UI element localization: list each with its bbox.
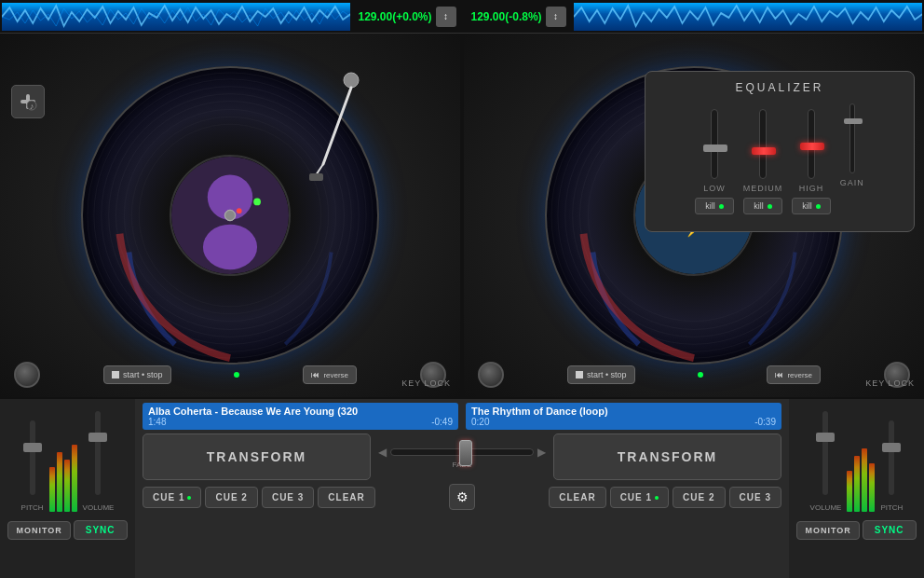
- monitor-right-button[interactable]: MONITOR: [796, 521, 859, 540]
- track-name-left: Alba Coherta - Because We Are Young (320: [148, 406, 453, 417]
- cue2-right-button[interactable]: CUE 2: [673, 487, 725, 508]
- eq-thumb-high[interactable]: [800, 143, 824, 150]
- pitch-adjust-left-icon[interactable]: ↕: [436, 7, 456, 27]
- pitch-fader-handle-left[interactable]: [23, 443, 42, 452]
- meter-bar-3: [64, 460, 70, 512]
- waveform-right[interactable]: [574, 3, 922, 31]
- clear-right-button[interactable]: CLEAR: [549, 487, 605, 508]
- time-elapsed-left: 1:48: [148, 417, 166, 427]
- add-music-left-button[interactable]: ♪: [11, 85, 45, 118]
- start-led-left: [234, 372, 239, 378]
- stop-icon-right: [576, 371, 583, 378]
- eq-gain-slider[interactable]: [849, 103, 855, 173]
- eq-slider-medium[interactable]: [759, 109, 767, 179]
- volume-fader-track-left[interactable]: [95, 411, 101, 495]
- cue-buttons-right: CLEAR CUE 1 CUE 2 CUE 3: [549, 487, 781, 508]
- eq-kill-low-button[interactable]: kill: [695, 198, 734, 214]
- stop-icon-left: [112, 371, 119, 378]
- eq-title: EQUALIZER: [655, 81, 904, 94]
- volume-label-left: VOLUME: [83, 503, 115, 512]
- meter-bar-r3: [862, 448, 867, 512]
- cue1-right-button[interactable]: CUE 1: [610, 487, 669, 508]
- turntable-left[interactable]: [72, 57, 388, 374]
- svg-rect-21: [309, 173, 323, 181]
- meter-bar-1: [49, 467, 55, 512]
- volume-fader-track-right[interactable]: [822, 411, 828, 495]
- svg-point-18: [344, 73, 359, 88]
- transform-right-button[interactable]: TRANSFORM: [553, 434, 781, 480]
- knob-left-2[interactable]: [478, 362, 504, 388]
- eq-slider-high[interactable]: [808, 109, 815, 179]
- crossfader-arrow-right: ▶: [537, 446, 546, 459]
- bpm-left-display: 129.00(+0.0%) ↕: [350, 7, 463, 27]
- clear-left-button[interactable]: CLEAR: [318, 487, 374, 508]
- svg-point-16: [237, 208, 242, 213]
- pitch-fader-track-right[interactable]: [889, 420, 894, 495]
- crossfader-track[interactable]: [390, 448, 534, 456]
- volume-fader-handle-left[interactable]: [88, 433, 107, 442]
- track-name-right: The Rhythm of Dance (loop): [471, 406, 776, 417]
- eq-label-gain: GAIN: [840, 178, 864, 187]
- meter-bar-2: [57, 452, 62, 512]
- reverse-right-button[interactable]: ⏮ reverse: [767, 365, 821, 384]
- start-stop-left-button[interactable]: start • stop: [103, 365, 171, 384]
- meter-bar-4: [72, 445, 77, 512]
- crossfader-row: ◀ ▶: [378, 446, 546, 459]
- start-led-right: [698, 372, 703, 378]
- equalizer-panel: EQUALIZER LOW kill ME: [645, 71, 915, 232]
- svg-text:♪: ♪: [30, 102, 34, 111]
- cue-row: CUE 1 CUE 2 CUE 3 CLEAR ⚙ CLEAR CUE 1 CU…: [143, 484, 781, 510]
- cue3-right-button[interactable]: CUE 3: [729, 487, 781, 508]
- cue3-left-button[interactable]: CUE 3: [262, 487, 314, 508]
- time-elapsed-right: 0:20: [471, 417, 489, 427]
- crossfader-handle[interactable]: [459, 440, 472, 466]
- volume-fader-handle-right[interactable]: [816, 433, 835, 442]
- svg-line-19: [323, 88, 351, 164]
- svg-point-15: [253, 199, 261, 206]
- crossfader-container: ◀ ▶ FADE: [378, 446, 546, 469]
- deck-2: ♪: [464, 34, 924, 397]
- key-lock-right: KEY LOCK: [865, 378, 915, 388]
- sync-left-button[interactable]: SYNC: [74, 520, 128, 540]
- eq-thumb-low[interactable]: [703, 144, 727, 152]
- pitch-fader-handle-right[interactable]: [882, 443, 901, 452]
- level-meters-left: [49, 437, 77, 512]
- meter-bar-r2: [854, 456, 860, 512]
- eq-channel-gain: GAIN: [840, 103, 864, 214]
- pitch-fader-left: PITCH: [21, 416, 44, 512]
- sync-right-button[interactable]: SYNC: [863, 520, 917, 540]
- monitor-left-button[interactable]: MONITOR: [7, 521, 70, 540]
- eq-slider-low[interactable]: [711, 109, 718, 179]
- cue1-left-button[interactable]: CUE 1: [143, 487, 201, 508]
- eq-kill-medium-button[interactable]: kill: [743, 198, 782, 214]
- deck-1: ♪: [0, 34, 460, 397]
- svg-point-14: [203, 225, 257, 269]
- eq-channel-high: HIGH kill: [792, 109, 831, 214]
- knob-left-1[interactable]: [14, 362, 40, 388]
- eq-gain-thumb[interactable]: [844, 118, 863, 124]
- track-times-left: 1:48 -0:49: [148, 417, 453, 427]
- eq-thumb-medium[interactable]: [752, 147, 776, 155]
- volume-fader-left: VOLUME: [83, 406, 115, 512]
- cue2-left-button[interactable]: CUE 2: [205, 487, 257, 508]
- reverse-left-button[interactable]: ⏮ reverse: [303, 365, 357, 384]
- eq-channel-medium: MEDIUM kill: [743, 109, 783, 214]
- meter-bar-r4: [869, 463, 875, 512]
- track-info-row: Alba Coherta - Because We Are Young (320…: [143, 403, 781, 430]
- kill-led-low: [719, 204, 724, 209]
- waveform-bar: 129.00(+0.0%) ↕ 129.00(-0.8%) ↕: [0, 0, 924, 34]
- pitch-adjust-right-icon[interactable]: ↕: [546, 7, 566, 27]
- center-mixer: Alba Coherta - Because We Are Young (320…: [135, 399, 789, 578]
- eq-kill-high-button[interactable]: kill: [792, 198, 831, 214]
- waveform-left[interactable]: [2, 3, 350, 31]
- crossfader-arrow-left: ◀: [378, 446, 387, 459]
- transform-left-button[interactable]: TRANSFORM: [143, 434, 371, 480]
- meter-bar-r1: [847, 471, 852, 512]
- track-info-right: The Rhythm of Dance (loop) 0:20 -0:39: [466, 403, 781, 430]
- transform-row: TRANSFORM ◀ ▶ FADE TRANSFORM: [143, 434, 781, 480]
- settings-button[interactable]: ⚙: [449, 484, 475, 510]
- start-stop-right-button[interactable]: start • stop: [567, 365, 635, 384]
- level-meters-right: [847, 437, 875, 512]
- pitch-fader-track-left[interactable]: [30, 420, 35, 495]
- eq-label-low: LOW: [703, 184, 726, 193]
